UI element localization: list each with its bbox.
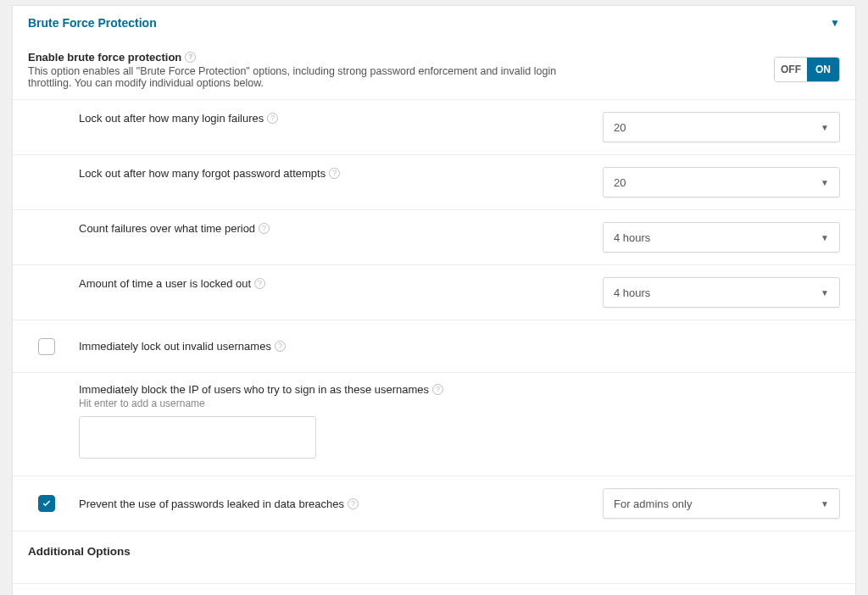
forgot-password-label: Lock out after how many forgot password … <box>79 167 340 180</box>
panel-title: Brute Force Protection <box>28 16 157 30</box>
leaked-passwords-row: Prevent the use of passwords leaked in d… <box>13 475 855 531</box>
chevron-down-icon: ▼ <box>821 499 829 509</box>
chevron-down-icon: ▼ <box>821 233 829 242</box>
leaked-passwords-label: Prevent the use of passwords leaked in d… <box>79 498 359 510</box>
help-icon[interactable]: ? <box>254 278 265 289</box>
help-icon[interactable]: ? <box>185 52 196 63</box>
additional-options-heading-row: Additional Options <box>13 531 855 583</box>
chevron-down-icon[interactable]: ▼ <box>830 17 840 29</box>
help-icon[interactable]: ? <box>259 223 270 234</box>
enable-title: Enable brute force protection ? <box>28 51 586 64</box>
forgot-password-select[interactable]: 20 ▼ <box>603 167 840 197</box>
forgot-password-row: Lock out after how many forgot password … <box>13 154 855 209</box>
lockout-time-select[interactable]: 4 hours ▼ <box>603 277 840 308</box>
chevron-down-icon: ▼ <box>821 178 829 187</box>
block-ip-hint: Hit enter to add a username <box>79 398 840 409</box>
chevron-down-icon: ▼ <box>821 288 829 298</box>
check-icon <box>42 498 52 509</box>
help-icon[interactable]: ? <box>267 113 278 124</box>
leaked-passwords-select[interactable]: For admins only ▼ <box>603 488 840 519</box>
time-period-select[interactable]: 4 hours ▼ <box>603 222 840 253</box>
toggle-off[interactable]: OFF <box>775 58 807 81</box>
login-failures-label: Lock out after how many login failures ? <box>79 112 278 125</box>
block-ip-input[interactable] <box>79 416 316 459</box>
panel-header[interactable]: Brute Force Protection ▼ <box>13 6 855 47</box>
login-failures-row: Lock out after how many login failures ?… <box>13 99 855 154</box>
block-ip-label: Immediately block the IP of users who tr… <box>79 383 840 396</box>
toggle-on[interactable]: ON <box>807 58 839 81</box>
invalid-usernames-label: Immediately lock out invalid usernames ? <box>79 340 286 353</box>
enable-description: This option enables all "Brute Force Pro… <box>28 65 586 89</box>
help-icon[interactable]: ? <box>329 168 340 179</box>
help-icon[interactable]: ? <box>275 341 286 352</box>
additional-options-heading: Additional Options <box>28 545 131 558</box>
enable-toggle[interactable]: OFF ON <box>774 57 840 82</box>
chevron-down-icon: ▼ <box>821 123 829 132</box>
help-icon[interactable]: ? <box>432 384 443 395</box>
time-period-label: Count failures over what time period ? <box>79 222 270 235</box>
lockout-time-label: Amount of time a user is locked out ? <box>79 277 265 290</box>
block-ip-row: Immediately block the IP of users who tr… <box>13 372 855 475</box>
time-period-row: Count failures over what time period ? 4… <box>13 209 855 264</box>
brute-force-protection-panel: Brute Force Protection ▼ Enable brute fo… <box>12 5 856 595</box>
lockout-time-row: Amount of time a user is locked out ? 4 … <box>13 264 855 320</box>
leaked-passwords-checkbox[interactable] <box>38 495 55 512</box>
login-failures-select[interactable]: 20 ▼ <box>603 112 840 142</box>
invalid-usernames-checkbox[interactable] <box>38 338 55 355</box>
enable-row: Enable brute force protection ? This opt… <box>13 47 855 99</box>
strong-passwords-row: Enforce strong passwords ? Force admins … <box>13 583 855 595</box>
invalid-usernames-row: Immediately lock out invalid usernames ? <box>13 320 855 372</box>
help-icon[interactable]: ? <box>348 498 359 509</box>
